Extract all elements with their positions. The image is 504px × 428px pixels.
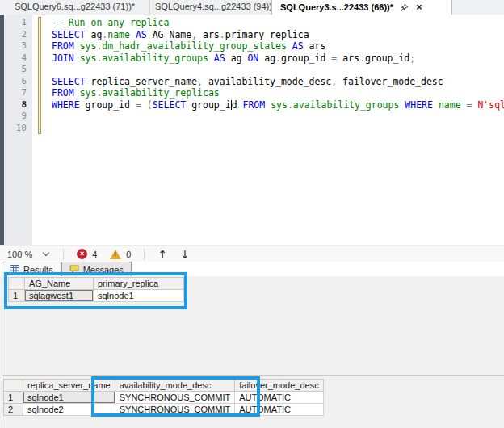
column-header[interactable]: replica_server_name bbox=[23, 380, 116, 392]
line-number: 10 bbox=[4, 123, 27, 135]
line-number: 4 bbox=[4, 52, 27, 65]
code-line[interactable]: FROM sys.dm_hadr_availability_group_stat… bbox=[52, 40, 504, 52]
warning-count: 0 bbox=[126, 250, 131, 259]
divider bbox=[144, 249, 145, 260]
line-numbers: 12345678910 bbox=[4, 15, 32, 245]
next-error-button[interactable]: ↓ bbox=[180, 248, 190, 261]
tab-label: SQLQuery3.s...22433 (66))* bbox=[280, 1, 393, 15]
tab-label: Results bbox=[23, 265, 53, 275]
code-line[interactable]: JOIN sys.availability_groups AS ag ON ag… bbox=[52, 52, 504, 65]
header-row: AG_Nameprimary_replica bbox=[9, 278, 184, 290]
row-header[interactable]: 1 bbox=[9, 290, 25, 302]
header-row: replica_server_nameavailability_mode_des… bbox=[4, 380, 324, 392]
chevron-down-icon bbox=[43, 250, 49, 256]
corner-header[interactable] bbox=[9, 278, 25, 290]
divider bbox=[63, 249, 64, 260]
code-line[interactable]: SELECT replica_server_name, availability… bbox=[52, 76, 504, 88]
tab-label: SQLQuery6.sq...g22433 (71))* bbox=[15, 2, 135, 11]
cell[interactable]: SYNCHRONOUS_COMMIT bbox=[115, 404, 235, 416]
cell[interactable]: sqlnode2 bbox=[23, 404, 116, 416]
code-line[interactable] bbox=[52, 111, 504, 123]
column-header[interactable]: availability_mode_desc bbox=[115, 380, 235, 392]
line-number: 3 bbox=[4, 40, 27, 52]
line-number: 8 bbox=[4, 99, 27, 111]
warning-count-badge[interactable]: 0 bbox=[110, 250, 131, 259]
tab-label: Messages bbox=[83, 265, 124, 275]
tab-sqlquery3[interactable]: SQLQuery3.s...22433 (66))* × bbox=[271, 0, 452, 15]
code-line[interactable] bbox=[52, 64, 504, 76]
code-editor[interactable]: 12345678910 -- Run on any replicaSELECT … bbox=[0, 15, 504, 245]
tab-sqlquery4[interactable]: SQLQuery4.sq...g22433 (94))* bbox=[150, 0, 271, 15]
document-tabbar: SQLQuery6.sq...g22433 (71))* SQLQuery4.s… bbox=[0, 0, 504, 15]
row-header[interactable]: 2 bbox=[4, 404, 23, 416]
results-grid-icon bbox=[10, 265, 19, 274]
column-header[interactable]: primary_replica bbox=[94, 278, 184, 290]
tab-label: SQLQuery4.sq...g22433 (94))* bbox=[155, 2, 271, 11]
error-count: 4 bbox=[92, 250, 97, 259]
line-number: 6 bbox=[4, 76, 27, 88]
results-pane-divider[interactable] bbox=[2, 375, 504, 376]
code-line[interactable]: SELECT ag.name AS AG_Name, ars.primary_r… bbox=[52, 29, 504, 41]
error-count-badge[interactable]: × 4 bbox=[77, 249, 97, 259]
pane-border bbox=[2, 276, 2, 428]
cell[interactable]: sqlnode1 bbox=[94, 290, 184, 302]
cell[interactable]: AUTOMATIC bbox=[235, 404, 323, 416]
code-line[interactable] bbox=[52, 123, 504, 135]
table-row: 2sqlnode2SYNCHRONOUS_COMMITAUTOMATIC bbox=[4, 404, 324, 416]
editor-status-strip: 100 % × 4 0 ↑ ↓ bbox=[0, 245, 504, 262]
code-line[interactable]: FROM sys.availability_replicas bbox=[52, 87, 504, 99]
messages-icon bbox=[69, 265, 79, 274]
pin-icon[interactable] bbox=[399, 2, 409, 12]
results-grid-1: AG_Nameprimary_replica1sqlagwest1sqlnode… bbox=[8, 277, 184, 302]
zoom-level-value: 100 % bbox=[7, 250, 32, 259]
cell[interactable]: AUTOMATIC bbox=[235, 392, 323, 404]
line-number: 1 bbox=[4, 17, 27, 29]
cell[interactable]: sqlnode1 bbox=[23, 392, 116, 404]
line-number: 2 bbox=[4, 29, 27, 41]
results-grid-2: replica_server_nameavailability_mode_des… bbox=[3, 379, 324, 416]
editor-zoom-select[interactable]: 100 % bbox=[0, 250, 57, 259]
code-line[interactable]: -- Run on any replica bbox=[52, 17, 504, 29]
row-header[interactable]: 1 bbox=[4, 392, 23, 404]
cell[interactable]: SYNCHRONOUS_COMMIT bbox=[115, 392, 235, 404]
cell[interactable]: sqlagwest1 bbox=[25, 290, 94, 302]
line-number: 7 bbox=[4, 87, 27, 99]
warning-icon bbox=[110, 250, 121, 259]
previous-error-button[interactable]: ↑ bbox=[158, 248, 167, 261]
close-icon[interactable]: × bbox=[414, 2, 424, 12]
error-icon: × bbox=[77, 249, 87, 259]
line-number: 5 bbox=[4, 64, 27, 76]
tab-messages[interactable]: Messages bbox=[61, 262, 132, 276]
code-lines[interactable]: -- Run on any replicaSELECT ag.name AS A… bbox=[52, 17, 504, 134]
column-header[interactable]: AG_Name bbox=[25, 278, 94, 290]
tab-results[interactable]: Results bbox=[2, 262, 61, 276]
results-tabstrip: Results Messages bbox=[2, 262, 132, 276]
corner-header[interactable] bbox=[4, 380, 23, 392]
column-header[interactable]: failover_mode_desc bbox=[235, 380, 323, 392]
table-row: 1sqlagwest1sqlnode1 bbox=[9, 290, 184, 302]
change-tracking-bar bbox=[38, 17, 41, 134]
line-number: 9 bbox=[4, 111, 27, 123]
table-row: 1sqlnode1SYNCHRONOUS_COMMITAUTOMATIC bbox=[4, 392, 324, 404]
ssms-window: SQLQuery6.sq...g22433 (71))* SQLQuery4.s… bbox=[0, 0, 504, 428]
code-line[interactable]: WHERE group_id = (SELECT group_id FROM s… bbox=[52, 99, 504, 111]
results-pane: AG_Nameprimary_replica1sqlagwest1sqlnode… bbox=[0, 276, 504, 428]
tab-sqlquery6[interactable]: SQLQuery6.sq...g22433 (71))* bbox=[0, 0, 150, 15]
